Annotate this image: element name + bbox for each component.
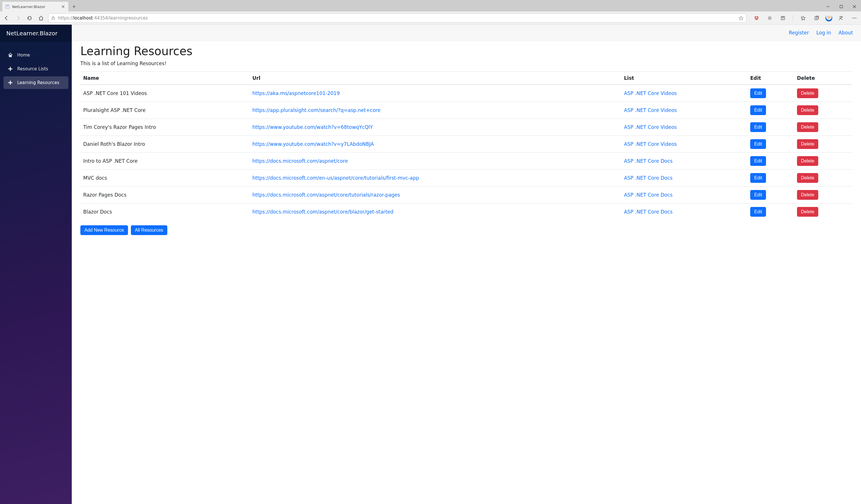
collections-button[interactable] — [812, 14, 821, 23]
resource-list-link[interactable]: ASP .NET Core Videos — [624, 107, 677, 113]
cell-delete: Delete — [794, 136, 852, 153]
cell-edit: Edit — [747, 85, 794, 102]
brand-title[interactable]: NetLearner.Blazor — [0, 25, 72, 42]
new-tab-button[interactable] — [69, 2, 79, 11]
resource-list-link[interactable]: ASP .NET Core Videos — [624, 91, 677, 96]
resource-url-link[interactable]: https://docs.microsoft.com/aspnet/core/b… — [252, 209, 394, 215]
svg-rect-3 — [6, 7, 8, 8]
cell-name: Tim Corey's Razor Pages Intro — [80, 119, 249, 136]
maximize-button[interactable] — [835, 2, 848, 12]
resource-list-link[interactable]: ASP .NET Core Docs — [624, 158, 672, 164]
table-row: Intro to ASP .NET Corehttps://docs.micro… — [80, 153, 852, 169]
refresh-button[interactable] — [25, 14, 34, 23]
cell-list: ASP .NET Core Videos — [621, 136, 747, 153]
extension-reader-icon[interactable] — [779, 14, 787, 23]
resource-list-link[interactable]: ASP .NET Core Docs — [624, 209, 672, 215]
cell-list: ASP .NET Core Docs — [621, 187, 747, 204]
cell-edit: Edit — [747, 102, 794, 119]
resource-url-link[interactable]: https://www.youtube.com/watch?v=68towqYc… — [252, 124, 373, 130]
extension-globe-icon[interactable] — [765, 14, 774, 23]
resource-url-link[interactable]: https://app.pluralsight.com/search/?q=as… — [252, 107, 381, 113]
window-controls — [821, 2, 861, 12]
edit-button[interactable]: Edit — [750, 207, 766, 217]
delete-button[interactable]: Delete — [797, 207, 818, 217]
resource-list-link[interactable]: ASP .NET Core Videos — [624, 141, 677, 147]
minimize-button[interactable] — [821, 2, 835, 12]
main-area: Register Log in About Learning Resources… — [72, 25, 861, 504]
cell-list: ASP .NET Core Videos — [621, 85, 747, 102]
about-link[interactable]: About — [838, 30, 853, 36]
favorite-icon[interactable] — [739, 16, 743, 21]
resource-url-link[interactable]: https://aka.ms/aspnetcore101-2019 — [252, 91, 340, 96]
back-button[interactable] — [2, 14, 11, 23]
cell-edit: Edit — [747, 153, 794, 169]
resource-url-link[interactable]: https://www.youtube.com/watch?v=y7LAbdoN… — [252, 141, 374, 147]
cell-list: ASP .NET Core Docs — [621, 169, 747, 187]
cell-list: ASP .NET Core Videos — [621, 119, 747, 136]
delete-button[interactable]: Delete — [797, 88, 818, 98]
resource-url-link[interactable]: https://docs.microsoft.com/en-us/aspnet/… — [252, 175, 419, 181]
edit-button[interactable]: Edit — [750, 105, 766, 115]
close-window-button[interactable] — [848, 2, 861, 12]
sidebar-item-resource-lists[interactable]: Resource Lists — [3, 63, 68, 75]
close-tab-icon[interactable] — [61, 4, 66, 9]
resource-url-link[interactable]: https://docs.microsoft.com/aspnet/core/t… — [252, 192, 400, 198]
favorites-button[interactable] — [799, 14, 808, 23]
resource-list-link[interactable]: ASP .NET Core Docs — [624, 192, 672, 198]
home-button[interactable] — [37, 14, 45, 23]
resource-list-link[interactable]: ASP .NET Core Videos — [624, 124, 677, 130]
col-delete: Delete — [794, 72, 852, 85]
svg-point-15 — [854, 17, 855, 18]
address-bar[interactable]: https://localhost:44354/learningresource… — [48, 13, 747, 23]
cell-name: Intro to ASP .NET Core — [80, 153, 249, 169]
delete-button[interactable]: Delete — [797, 190, 818, 200]
forward-button[interactable] — [14, 14, 23, 23]
page-title: Learning Resources — [80, 44, 852, 58]
plus-icon — [8, 80, 13, 85]
resources-table: Name Url List Edit Delete ASP .NET Core … — [80, 71, 852, 220]
svg-rect-10 — [782, 18, 784, 18]
delete-button[interactable]: Delete — [797, 122, 818, 132]
edit-button[interactable]: Edit — [750, 173, 766, 183]
all-resources-button[interactable]: All Resources — [131, 225, 167, 235]
cell-edit: Edit — [747, 136, 794, 153]
edit-button[interactable]: Edit — [750, 139, 766, 149]
sidebar-item-learning-resources[interactable]: Learning Resources — [3, 76, 68, 89]
svg-rect-2 — [6, 6, 9, 7]
browser-tab[interactable]: NetLearner.Blazor — [2, 2, 68, 12]
delete-button[interactable]: Delete — [797, 105, 818, 115]
cell-edit: Edit — [747, 169, 794, 187]
cell-name: Blazor Docs — [80, 204, 249, 220]
table-row: Tim Corey's Razor Pages Introhttps://www… — [80, 119, 852, 136]
table-header-row: Name Url List Edit Delete — [80, 72, 852, 85]
svg-point-13 — [840, 16, 842, 18]
delete-button[interactable]: Delete — [797, 173, 818, 183]
resource-url-link[interactable]: https://docs.microsoft.com/aspnet/core — [252, 158, 348, 164]
cell-name: ASP .NET Core 101 Videos — [80, 85, 249, 102]
page-subtitle: This is a list of Learning Resources! — [80, 60, 852, 66]
feedback-button[interactable] — [837, 14, 846, 23]
edit-button[interactable]: Edit — [750, 190, 766, 200]
table-row: MVC docshttps://docs.microsoft.com/en-us… — [80, 169, 852, 187]
more-button[interactable] — [850, 14, 859, 23]
toolbar-extensions — [749, 14, 859, 23]
edit-button[interactable]: Edit — [750, 88, 766, 98]
delete-button[interactable]: Delete — [797, 156, 818, 166]
extension-ublock-icon[interactable] — [752, 14, 761, 23]
edit-button[interactable]: Edit — [750, 156, 766, 166]
col-list: List — [621, 72, 747, 85]
sidebar-item-label: Learning Resources — [17, 80, 59, 85]
sidebar-item-home[interactable]: Home — [3, 49, 68, 62]
profile-avatar[interactable] — [825, 15, 832, 22]
register-link[interactable]: Register — [789, 30, 809, 36]
resource-list-link[interactable]: ASP .NET Core Docs — [624, 175, 672, 181]
delete-button[interactable]: Delete — [797, 139, 818, 149]
home-icon — [8, 52, 13, 58]
svg-rect-4 — [840, 5, 843, 8]
table-row: Razor Pages Docshttps://docs.microsoft.c… — [80, 187, 852, 204]
page-content: Learning Resources This is a list of Lea… — [72, 41, 861, 244]
login-link[interactable]: Log in — [816, 30, 831, 36]
table-row: ASP .NET Core 101 Videoshttps://aka.ms/a… — [80, 85, 852, 102]
add-new-resource-button[interactable]: Add New Resource — [80, 225, 128, 235]
edit-button[interactable]: Edit — [750, 122, 766, 132]
